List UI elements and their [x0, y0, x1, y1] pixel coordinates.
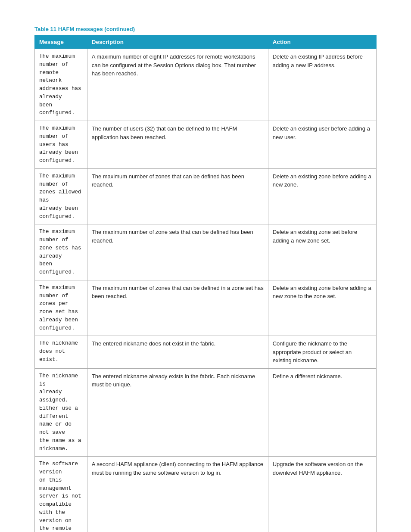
cell-message: The nickname is already assigned. Either…	[35, 368, 87, 457]
cell-action: Delete an existing zone before adding a …	[268, 280, 376, 336]
cell-message: The nickname does not exist.	[35, 336, 87, 369]
cell-message: The software version on this management …	[35, 457, 87, 532]
cell-description: The maximum number of zone sets that can…	[87, 224, 268, 280]
table-caption: Table 11 HAFM messages (continued)	[34, 26, 377, 32]
table-row: The nickname does not exist.The entered …	[35, 336, 377, 369]
cell-message: The maximum number of zone sets has alre…	[35, 224, 87, 280]
cell-description: A maximum number of eight IP addresses f…	[87, 49, 268, 121]
cell-action: Delete an existing zone set before addin…	[268, 224, 376, 280]
cell-description: The maximum number of zones that can be …	[87, 168, 268, 224]
col-header-action: Action	[268, 35, 376, 49]
hafm-messages-table: Message Description Action The maximum n…	[34, 35, 377, 532]
cell-action: Delete an existing user before adding a …	[268, 121, 376, 169]
cell-description: A second HAFM appliance (client) connect…	[87, 457, 268, 532]
table-row: The software version on this management …	[35, 457, 377, 532]
cell-message: The maximum number of users has already …	[35, 121, 87, 169]
cell-description: The number of users (32) that can be def…	[87, 121, 268, 169]
cell-action: Delete an existing IP address before add…	[268, 49, 376, 121]
cell-action: Upgrade the software version on the down…	[268, 457, 376, 532]
table-label: Table 11	[34, 26, 56, 32]
col-header-description: Description	[87, 35, 268, 49]
table-row: The maximum number of zones per zone set…	[35, 280, 377, 336]
cell-action: Delete an existing zone before adding a …	[268, 168, 376, 224]
col-header-message: Message	[35, 35, 87, 49]
table-row: The maximum number of zones allowed has …	[35, 168, 377, 224]
cell-message: The maximum number of remote network add…	[35, 49, 87, 121]
cell-message: The maximum number of zones per zone set…	[35, 280, 87, 336]
cell-description: The maximum number of zones that can be …	[87, 280, 268, 336]
cell-description: The entered nickname does not exist in t…	[87, 336, 268, 369]
table-row: The maximum number of remote network add…	[35, 49, 377, 121]
table-caption-text: HAFM messages (continued)	[58, 26, 135, 32]
table-row: The maximum number of zone sets has alre…	[35, 224, 377, 280]
cell-description: The entered nickname already exists in t…	[87, 368, 268, 457]
table-row: The maximum number of users has already …	[35, 121, 377, 169]
table-header-row: Message Description Action	[35, 35, 377, 49]
cell-message: The maximum number of zones allowed has …	[35, 168, 87, 224]
cell-action: Configure the nickname to the appropriat…	[268, 336, 376, 369]
cell-action: Define a different nickname.	[268, 368, 376, 457]
table-row: The nickname is already assigned. Either…	[35, 368, 377, 457]
